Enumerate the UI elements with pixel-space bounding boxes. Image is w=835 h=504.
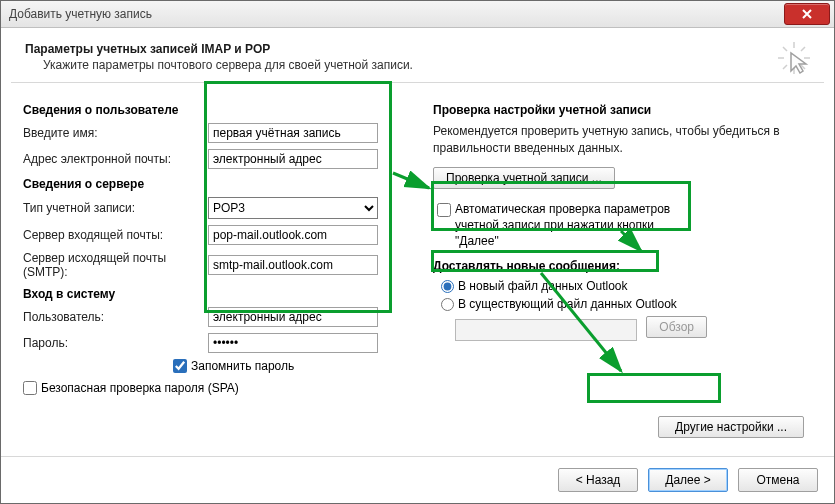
browse-button[interactable]: Обзор	[646, 316, 707, 338]
wizard-icon	[776, 40, 812, 79]
section-check: Проверка настройки учетной записи	[433, 103, 812, 117]
check-account-button[interactable]: Проверка учетной записи ...	[433, 167, 615, 189]
close-button[interactable]	[784, 3, 830, 25]
back-button[interactable]: < Назад	[558, 468, 638, 492]
remember-label: Запомнить пароль	[191, 359, 294, 373]
remember-checkbox[interactable]	[173, 359, 187, 373]
user-label: Пользователь:	[23, 310, 208, 324]
next-button[interactable]: Далее >	[648, 468, 728, 492]
footer: < Назад Далее > Отмена	[1, 456, 834, 503]
section-server-info: Сведения о сервере	[23, 177, 403, 191]
email-input[interactable]	[208, 149, 378, 169]
auto-check-checkbox[interactable]	[437, 203, 451, 217]
radio-new-label: В новый файл данных Outlook	[458, 279, 628, 293]
check-description: Рекомендуется проверить учетную запись, …	[433, 123, 812, 157]
user-input[interactable]	[208, 307, 378, 327]
header-title: Параметры учетных записей IMAP и POP	[25, 42, 810, 56]
outgoing-label: Сервер исходящей почты (SMTP):	[23, 251, 208, 279]
dialog-body: Сведения о пользователе Введите имя: Адр…	[1, 83, 834, 456]
incoming-input[interactable]	[208, 225, 378, 245]
header-subtitle: Укажите параметры почтового сервера для …	[43, 58, 810, 72]
pass-label: Пароль:	[23, 336, 208, 350]
cancel-button[interactable]: Отмена	[738, 468, 818, 492]
outgoing-input[interactable]	[208, 255, 378, 275]
incoming-label: Сервер входящей почты:	[23, 228, 208, 242]
radio-existing-file[interactable]	[441, 298, 454, 311]
dialog-add-account: Добавить учетную запись Параметры учетны…	[0, 0, 835, 504]
section-login: Вход в систему	[23, 287, 403, 301]
acct-type-select[interactable]: POP3	[208, 197, 378, 219]
left-column: Сведения о пользователе Введите имя: Адр…	[23, 103, 403, 456]
spa-checkbox[interactable]	[23, 381, 37, 395]
window-title: Добавить учетную запись	[9, 7, 152, 21]
radio-new-file[interactable]	[441, 280, 454, 293]
other-settings-button[interactable]: Другие настройки ...	[658, 416, 804, 438]
section-deliver: Доставлять новые сообщения:	[433, 259, 812, 273]
acct-type-label: Тип учетной записи:	[23, 201, 208, 215]
email-label: Адрес электронной почты:	[23, 152, 208, 166]
spa-label: Безопасная проверка пароля (SPA)	[41, 381, 239, 395]
radio-existing-label: В существующий файл данных Outlook	[458, 297, 677, 311]
name-input[interactable]	[208, 123, 378, 143]
right-column: Проверка настройки учетной записи Рекоме…	[433, 103, 812, 456]
pass-input[interactable]	[208, 333, 378, 353]
auto-check-label: Автоматическая проверка параметров учетн…	[455, 201, 685, 250]
header: Параметры учетных записей IMAP и POP Ука…	[1, 28, 834, 82]
titlebar: Добавить учетную запись	[1, 1, 834, 28]
section-user-info: Сведения о пользователе	[23, 103, 403, 117]
name-label: Введите имя:	[23, 126, 208, 140]
file-path-input	[455, 319, 637, 341]
